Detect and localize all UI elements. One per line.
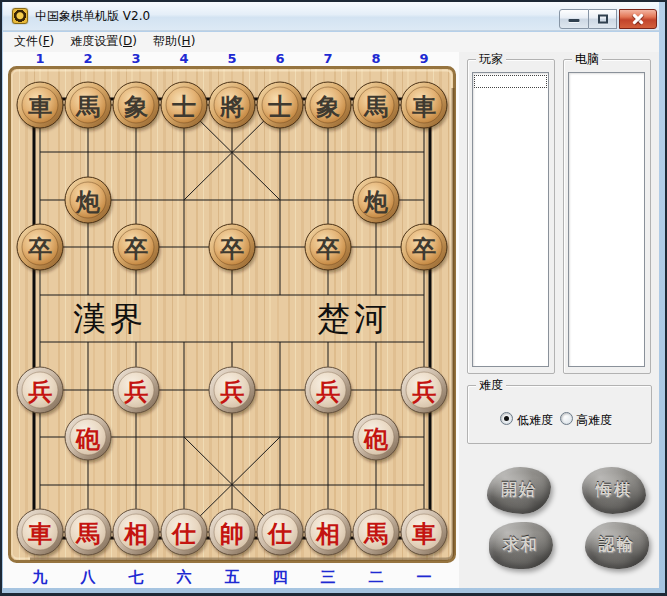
top-column-label: 5 [227,51,236,66]
radio-high-difficulty-label[interactable]: 高难度 [576,412,612,429]
xiangqi-board[interactable]: 漢界 楚河 車馬象士將士象馬車炮炮卒卒卒卒卒兵兵兵兵兵砲砲車馬相仕帥仕相馬車 [8,66,456,563]
svg-text:卒: 卒 [412,234,436,263]
top-column-label: 3 [131,51,140,66]
svg-text:帥: 帥 [220,519,244,548]
player-group: 玩家 [467,59,555,374]
close-button[interactable] [619,9,657,29]
top-column-label: 1 [35,51,44,66]
top-column-label: 8 [371,51,380,66]
svg-text:兵: 兵 [220,377,244,406]
top-column-label: 2 [83,51,92,66]
svg-text:仕: 仕 [267,519,292,548]
title-bar[interactable]: 中国象棋单机版 V2.0 [3,2,659,31]
menu-bar: 文件(F)难度设置(D)帮助(H) [3,32,659,52]
computer-group: 电脑 [563,59,651,374]
maximize-icon [598,15,608,24]
bottom-column-label: 五 [225,568,240,587]
svg-text:炮: 炮 [75,187,101,216]
svg-text:卒: 卒 [124,234,148,263]
svg-text:相: 相 [123,519,148,548]
radio-low-difficulty[interactable] [500,412,513,425]
minimize-icon [569,19,580,22]
menu-item-file[interactable]: 文件(F) [6,31,62,53]
bottom-column-label: 三 [321,568,336,587]
undo-button[interactable]: 悔棋 [582,467,646,514]
window-controls [559,9,657,29]
svg-text:兵: 兵 [316,377,340,406]
svg-text:象: 象 [315,92,341,121]
resign-button[interactable]: 認輸 [585,522,649,569]
radio-high-difficulty[interactable] [560,412,573,425]
svg-text:卒: 卒 [316,234,340,263]
top-column-label: 6 [275,51,284,66]
svg-text:象: 象 [123,92,149,121]
client-area: 123456789 [3,52,659,588]
svg-text:砲: 砲 [363,424,389,453]
top-column-label: 4 [179,51,188,66]
bottom-column-label: 六 [177,568,192,587]
menu-item-difficulty-settings[interactable]: 难度设置(D) [62,31,145,53]
svg-text:將: 將 [219,92,244,121]
bottom-column-label: 二 [369,568,384,587]
svg-text:卒: 卒 [220,234,244,263]
svg-text:車: 車 [28,519,52,548]
player-move-list[interactable] [472,72,549,367]
player-group-label: 玩家 [476,52,506,66]
bottom-column-label: 七 [129,568,144,587]
app-icon [12,8,28,24]
svg-text:馬: 馬 [75,92,100,121]
draw-button[interactable]: 求和 [489,522,553,569]
svg-text:相: 相 [315,519,340,548]
board-wrap: 漢界 楚河 車馬象士將士象馬車炮炮卒卒卒卒卒兵兵兵兵兵砲砲車馬相仕帥仕相馬車 [8,66,456,563]
window-title: 中国象棋单机版 V2.0 [35,8,150,25]
start-button[interactable]: 開始 [487,467,551,514]
bottom-column-label: 一 [417,568,432,587]
board-strip: 123456789 [3,52,459,588]
svg-text:兵: 兵 [28,377,52,406]
svg-text:車: 車 [28,92,52,121]
svg-text:兵: 兵 [412,377,436,406]
menu-item-help[interactable]: 帮助(H) [145,31,203,53]
river-label-left: 漢界 [73,299,147,338]
svg-text:馬: 馬 [363,92,388,121]
svg-text:車: 車 [412,519,436,548]
radio-low-difficulty-label[interactable]: 低难度 [517,412,553,429]
app-window: 中国象棋单机版 V2.0 文件(F)难度设置(D)帮助(H) 123456789 [0,0,667,596]
river-label-right: 楚河 [317,299,391,338]
svg-text:馬: 馬 [75,519,100,548]
svg-text:馬: 馬 [363,519,388,548]
top-column-label: 7 [323,51,332,66]
svg-text:兵: 兵 [124,377,148,406]
difficulty-group: 难度 低难度 高难度 [467,385,652,444]
bottom-column-label: 八 [81,568,96,587]
svg-text:卒: 卒 [28,234,52,263]
svg-text:車: 車 [412,92,436,121]
minimize-button[interactable] [559,9,589,29]
difficulty-group-label: 难度 [476,378,506,392]
computer-group-label: 电脑 [572,52,602,66]
svg-text:炮: 炮 [363,187,389,216]
top-column-label: 9 [419,51,428,66]
svg-text:砲: 砲 [75,424,101,453]
maximize-button[interactable] [589,9,617,29]
bottom-column-label: 四 [273,568,288,587]
listbox-focus-rect [474,75,547,88]
bottom-column-label: 九 [33,568,48,587]
computer-move-list[interactable] [568,72,645,367]
svg-text:士: 士 [172,92,196,121]
svg-text:仕: 仕 [171,519,196,548]
svg-text:士: 士 [268,92,292,121]
